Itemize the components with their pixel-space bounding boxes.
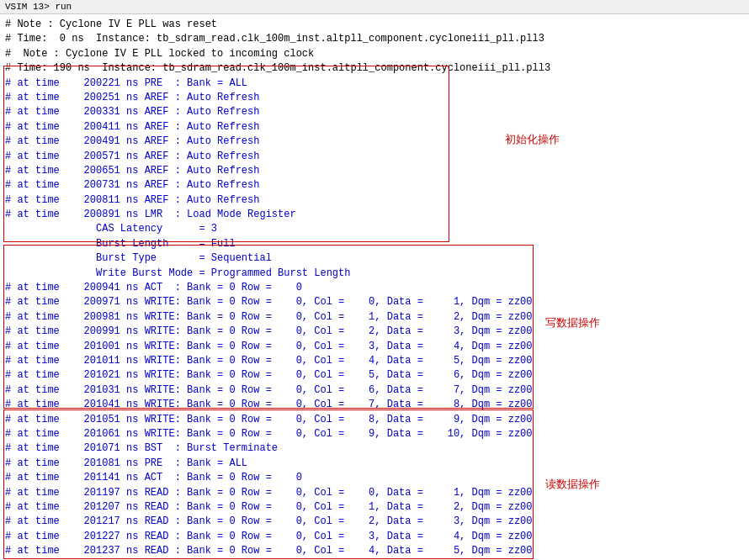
terminal-line: # at time 201071 ns BST : Burst Terminat… — [5, 441, 744, 456]
terminal-line: # at time 201207 ns READ : Bank = 0 Row … — [5, 500, 744, 515]
terminal: VSIM 13> run # Note : Cyclone IV E PLL w… — [0, 0, 749, 560]
init-label: 初始化操作 — [505, 132, 560, 148]
terminal-line: # at time 201041 ns WRITE: Bank = 0 Row … — [5, 398, 744, 412]
terminal-line: # at time 200491 ns AREF : Auto Refresh — [5, 135, 744, 149]
terminal-line: # Time: 190 ns Instance: tb_sdram_read.c… — [5, 61, 744, 76]
terminal-line: # at time 200221 ns PRE : Bank = ALL — [5, 77, 744, 91]
terminal-line: # at time 200731 ns AREF : Auto Refresh — [5, 178, 744, 193]
terminal-line: # at time 200811 ns AREF : Auto Refresh — [5, 193, 744, 208]
header-title: VSIM 13> run — [5, 2, 72, 12]
terminal-line: # at time 201197 ns READ : Bank = 0 Row … — [5, 486, 744, 500]
terminal-line: # Note : Cyclone IV E PLL was reset — [5, 18, 744, 32]
content-area: # Note : Cyclone IV E PLL was reset# Tim… — [0, 14, 749, 560]
terminal-line: # at time 201141 ns ACT : Bank = 0 Row =… — [5, 471, 744, 485]
terminal-line: Burst Length = Full — [5, 237, 744, 251]
terminal-line: # at time 201061 ns WRITE: Bank = 0 Row … — [5, 427, 744, 441]
terminal-line: # at time 201217 ns READ : Bank = 0 Row … — [5, 515, 744, 529]
write-label: 写数据操作 — [545, 315, 600, 331]
terminal-line: # at time 200891 ns LMR : Load Mode Regi… — [5, 208, 744, 222]
read-label: 读数据操作 — [545, 477, 600, 493]
terminal-line: CAS Latency = 3 — [5, 222, 744, 236]
terminal-line: # at time 201081 ns PRE : Bank = ALL — [5, 457, 744, 471]
header-bar: VSIM 13> run — [0, 0, 749, 14]
terminal-line: # at time 200251 ns AREF : Auto Refresh — [5, 91, 744, 105]
terminal-line: # at time 201001 ns WRITE: Bank = 0 Row … — [5, 340, 744, 354]
terminal-line: # at time 200651 ns AREF : Auto Refresh — [5, 164, 744, 178]
terminal-line: Burst Type = Sequential — [5, 251, 744, 266]
terminal-line: Write Burst Mode = Programmed Burst Leng… — [5, 267, 744, 281]
terminal-line: # at time 201011 ns WRITE: Bank = 0 Row … — [5, 354, 744, 368]
terminal-line: # at time 201021 ns WRITE: Bank = 0 Row … — [5, 368, 744, 383]
terminal-line: # at time 201237 ns READ : Bank = 0 Row … — [5, 544, 744, 558]
terminal-line: # at time 200331 ns AREF : Auto Refresh — [5, 105, 744, 119]
terminal-line: # Time: 0 ns Instance: tb_sdram_read.clk… — [5, 32, 744, 46]
terminal-line: # at time 200411 ns AREF : Auto Refresh — [5, 120, 744, 135]
terminal-line: # at time 200971 ns WRITE: Bank = 0 Row … — [5, 295, 744, 309]
terminal-line: # Note : Cyclone IV E PLL locked to inco… — [5, 47, 744, 61]
terminal-line: # at time 200571 ns AREF : Auto Refresh — [5, 150, 744, 164]
terminal-line: # at time 201227 ns READ : Bank = 0 Row … — [5, 530, 744, 544]
terminal-line: # at time 201051 ns WRITE: Bank = 0 Row … — [5, 413, 744, 427]
terminal-line: # at time 201031 ns WRITE: Bank = 0 Row … — [5, 383, 744, 398]
terminal-line: # at time 200941 ns ACT : Bank = 0 Row =… — [5, 281, 744, 295]
terminal-line: # at time 200981 ns WRITE: Bank = 0 Row … — [5, 310, 744, 325]
terminal-line: # at time 200991 ns WRITE: Bank = 0 Row … — [5, 325, 744, 339]
